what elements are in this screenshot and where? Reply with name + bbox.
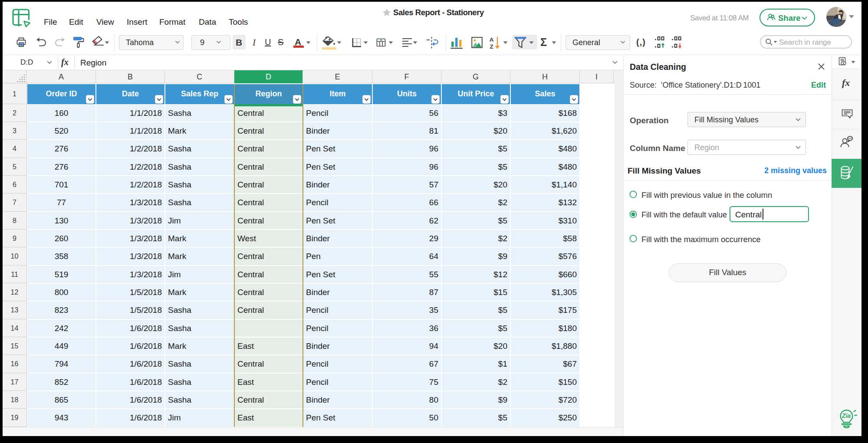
svg-text:Z: Z <box>490 43 493 50</box>
svg-text:A: A <box>490 36 494 43</box>
svg-text:Zia: Zia <box>842 412 851 419</box>
